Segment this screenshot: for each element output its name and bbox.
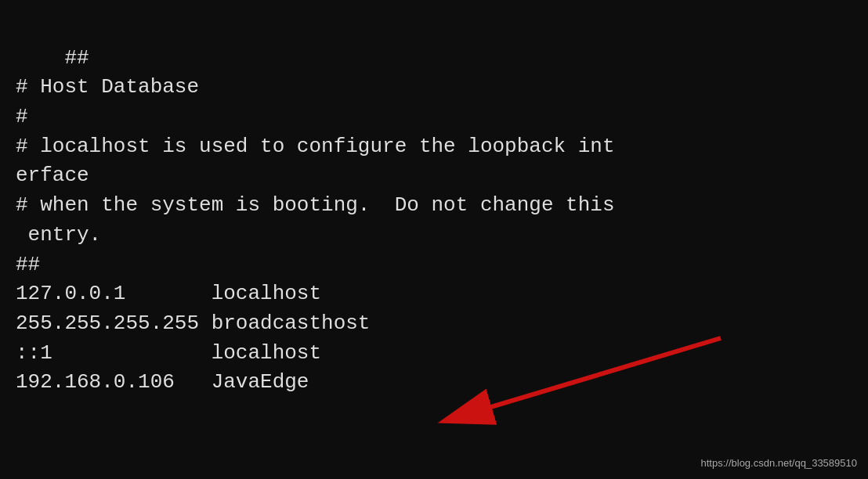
line-6: ##	[16, 253, 40, 276]
line-1: ##	[64, 46, 89, 70]
code-content: ## # Host Database # # localhost is used…	[16, 14, 852, 427]
terminal-window: ## # Host Database # # localhost is used…	[0, 0, 868, 479]
line-2: # Host Database	[16, 75, 199, 99]
line-7: 127.0.0.1 localhost	[16, 282, 321, 305]
line-5: # when the system is booting. Do not cha…	[16, 193, 615, 247]
line-4: # localhost is used to configure the loo…	[16, 135, 615, 188]
watermark-text: https://blog.csdn.net/qq_33589510	[701, 456, 858, 471]
line-9: ::1 localhost	[16, 341, 321, 365]
line-3: #	[16, 105, 28, 128]
line-10: 192.168.0.106 JavaEdge	[16, 370, 309, 394]
line-8: 255.255.255.255 broadcasthost	[16, 312, 370, 335]
